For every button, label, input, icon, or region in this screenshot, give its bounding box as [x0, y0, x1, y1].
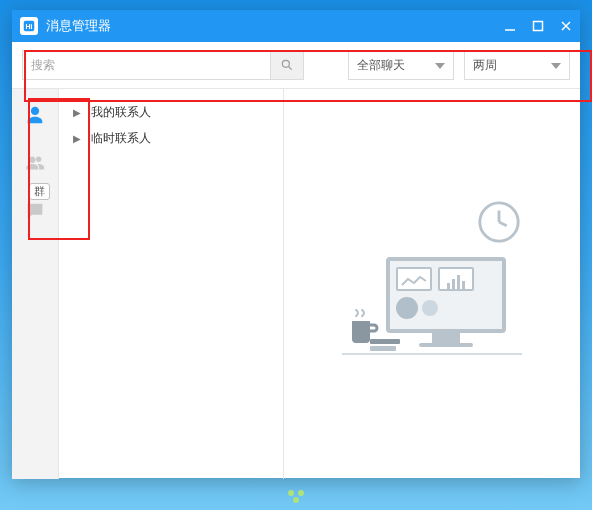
rail-groups-people[interactable]: [21, 149, 49, 177]
search-icon: [280, 58, 294, 72]
chat-bubble-icon: [24, 200, 46, 222]
rail-group-chat[interactable]: 群: [21, 197, 49, 225]
category-rail: 群: [12, 89, 59, 479]
svg-point-15: [293, 497, 299, 503]
svg-rect-3: [534, 22, 543, 31]
clock-icon: [476, 199, 522, 245]
content-pane: [284, 89, 580, 479]
contact-tree: ▶ 我的联系人 ▶ 临时联系人: [59, 89, 284, 479]
time-range-value: 两周: [473, 57, 497, 74]
app-logo-icon: Hi: [20, 17, 38, 35]
expand-icon: ▶: [73, 133, 83, 144]
body: 群 ▶ 我的联系人 ▶ 临时联系人: [12, 89, 580, 479]
people-icon: [24, 152, 46, 174]
chat-type-dropdown[interactable]: 全部聊天: [348, 50, 454, 80]
tree-item-label: 我的联系人: [91, 104, 151, 121]
svg-text:Hi: Hi: [26, 23, 33, 30]
books-icon: [370, 339, 400, 353]
search-input[interactable]: [23, 51, 270, 79]
chevron-down-icon: [551, 58, 561, 72]
svg-marker-8: [435, 63, 445, 69]
search-button[interactable]: [270, 51, 303, 79]
chevron-down-icon: [435, 58, 445, 72]
svg-point-6: [282, 60, 289, 67]
toolbar: 全部聊天 两周: [12, 42, 580, 89]
titlebar: Hi 消息管理器: [12, 10, 580, 42]
person-icon: [24, 104, 46, 126]
monitor-icon: [386, 257, 506, 353]
rail-contacts[interactable]: [21, 101, 49, 129]
tree-item-label: 临时联系人: [91, 130, 151, 147]
svg-point-13: [288, 490, 294, 496]
tree-item-temp-contacts[interactable]: ▶ 临时联系人: [59, 125, 283, 151]
svg-line-12: [499, 222, 507, 226]
app-window: Hi 消息管理器 全部聊天 两周: [12, 10, 580, 478]
empty-state-illustration: [342, 199, 522, 369]
chat-type-value: 全部聊天: [357, 57, 405, 74]
svg-point-14: [298, 490, 304, 496]
maximize-button[interactable]: [524, 10, 552, 42]
window-title: 消息管理器: [46, 17, 496, 35]
svg-line-7: [289, 67, 292, 70]
time-range-dropdown[interactable]: 两周: [464, 50, 570, 80]
minimize-button[interactable]: [496, 10, 524, 42]
tree-item-my-contacts[interactable]: ▶ 我的联系人: [59, 99, 283, 125]
search-box: [22, 50, 304, 80]
close-button[interactable]: [552, 10, 580, 42]
svg-marker-9: [551, 63, 561, 69]
expand-icon: ▶: [73, 107, 83, 118]
group-badge: 群: [29, 183, 50, 200]
taskbar-decoration-icon: [286, 489, 306, 506]
